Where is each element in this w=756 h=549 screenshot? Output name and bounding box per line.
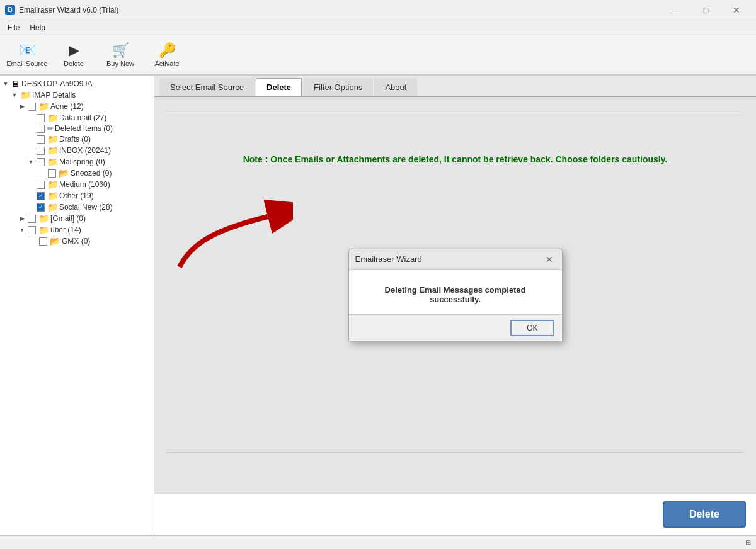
status-text: ⊞ [745,538,751,546]
aone-expander: ▶ [18,102,26,111]
imap-expander: ▼ [10,91,19,99]
imap-details[interactable]: ▼ 📁 IMAP Details [0,89,154,101]
email-source-label: Email Source [6,60,47,67]
folder-gmail[interactable]: ▶ 📁 [Gmail] (0) [0,213,154,224]
mailspring-label: Mailspring (0) [59,157,105,166]
aone-folder-icon: 📁 [38,101,49,111]
buy-now-button[interactable]: 🛒 Buy Now [98,37,142,72]
other-label: Other (19) [59,191,94,200]
drafts-checkbox[interactable] [37,135,45,144]
folder-uber[interactable]: ▼ 📁 über (14) [0,224,154,235]
folder-inbox[interactable]: ▶ 📁 INBOX (20241) [0,145,154,156]
inbox-label: INBOX (20241) [59,146,111,155]
tabs: Select Email Source Delete Filter Option… [154,76,756,97]
other-checkbox[interactable]: ✓ [37,192,45,200]
medium-checkbox[interactable] [37,181,45,189]
content-area: Select Email Source Delete Filter Option… [154,76,756,535]
menu-bar: File Help [0,20,756,35]
window-controls: — □ ✕ [662,0,751,20]
tab-delete[interactable]: Delete [256,78,302,96]
tab-content: Note : Once Emails or Attachments are de… [154,97,756,493]
delete-toolbar-label: Delete [64,60,84,67]
delete-toolbar-button[interactable]: ▶ Delete [52,37,96,72]
cart-icon: 🛒 [112,42,129,59]
window-title: Emailraser Wizard v6.0 (Trial) [19,6,662,14]
tab-filter-options[interactable]: Filter Options [303,78,373,96]
snoozed-checkbox[interactable] [48,169,56,178]
sidebar: ▼ 🖥 DESKTOP-A59O9JA ▼ 📁 IMAP Details ▶ 📁… [0,76,154,535]
tab-about[interactable]: About [374,78,417,96]
mailspring-checkbox[interactable] [37,158,45,166]
menu-help[interactable]: Help [25,22,50,33]
imap-label: IMAP Details [32,91,76,99]
socialnew-checkbox[interactable]: ✓ [37,203,45,212]
key-icon: 🔑 [159,42,176,59]
close-button[interactable]: ✕ [722,0,751,20]
folder-deleteditems[interactable]: ▶ ✏ Deleted Items (0) [0,123,154,133]
delete-icon: ▶ [69,42,79,59]
gmail-checkbox[interactable] [28,215,36,223]
gmail-expander: ▶ [18,214,26,223]
folder-mailspring[interactable]: ▼ 📁 Mailspring (0) [0,156,154,167]
datamail-checkbox[interactable] [37,114,45,122]
folder-gmx[interactable]: ▶ 📂 GMX (0) [0,235,154,247]
activate-button[interactable]: 🔑 Activate [145,37,189,72]
dialog-footer: OK [349,314,562,341]
folder-other[interactable]: ▶ ✓ 📁 Other (19) [0,190,154,201]
snoozed-folder-icon: 📂 [59,168,69,178]
tab-select-email-source[interactable]: Select Email Source [159,78,255,96]
other-folder-icon: 📁 [47,191,58,201]
delete-button-container: Delete [154,493,756,535]
menu-file[interactable]: File [3,22,25,33]
title-bar: B Emailraser Wizard v6.0 (Trial) — □ ✕ [0,0,756,20]
delete-button[interactable]: Delete [663,501,746,528]
email-source-button[interactable]: 📧 Email Source [5,37,49,72]
medium-label: Medium (1060) [59,180,110,189]
mailspring-folder-icon: 📁 [47,157,58,167]
dialog-body: Deleting Email Messages completed succes… [349,270,562,314]
folder-medium[interactable]: ▶ 📁 Medium (1060) [0,179,154,190]
gmx-label: GMX (0) [62,237,90,246]
status-bar: ⊞ [0,535,756,549]
root-expander: ▼ [1,79,10,88]
dialog-ok-button[interactable]: OK [510,320,554,336]
gmx-checkbox[interactable] [39,237,47,246]
dialog: Emailraser Wizard ✕ Deleting Email Messa… [348,249,563,342]
dialog-close-button[interactable]: ✕ [543,253,556,266]
gmail-label: [Gmail] (0) [50,214,86,223]
toolbar: 📧 Email Source ▶ Delete 🛒 Buy Now 🔑 Acti… [0,35,756,76]
buy-now-label: Buy Now [106,60,134,67]
medium-folder-icon: 📁 [47,179,58,190]
minimize-button[interactable]: — [662,0,690,20]
deleted-special-icon: ✏ [47,124,54,133]
deleted-checkbox[interactable] [37,125,45,133]
folder-datamail[interactable]: ▶ 📁 Data mail (27) [0,112,154,123]
folder-socialnew[interactable]: ▶ ✓ 📁 Social New (28) [0,201,154,213]
dialog-title-bar: Emailraser Wizard ✕ [349,249,562,270]
aone-checkbox[interactable] [28,103,36,111]
inbox-folder-icon: 📁 [47,145,58,156]
uber-checkbox[interactable] [28,226,36,234]
uber-expander: ▼ [18,225,26,234]
app-icon: B [5,5,15,15]
folder-drafts[interactable]: ▶ 📁 Drafts (0) [0,133,154,145]
main-layout: ▼ 🖥 DESKTOP-A59O9JA ▼ 📁 IMAP Details ▶ 📁… [0,76,756,535]
inbox-checkbox[interactable] [37,147,45,155]
email-source-icon: 📧 [19,42,36,59]
socialnew-folder-icon: 📁 [47,202,58,212]
datamail-label: Data mail (27) [59,113,106,122]
root-label: DESKTOP-A59O9JA [21,79,93,88]
dialog-title: Emailraser Wizard [355,254,422,264]
drafts-folder-icon: 📁 [47,134,58,144]
maximize-button[interactable]: □ [692,0,721,20]
gmail-folder-icon: 📁 [38,213,49,224]
aone-label: Aone (12) [50,102,84,111]
folder-snoozed[interactable]: ▶ 📂 Snoozed (0) [0,167,154,179]
mailspring-expander: ▼ [26,157,35,166]
uber-label: über (14) [50,225,81,234]
snoozed-label: Snoozed (0) [71,169,112,178]
gmx-folder-icon: 📂 [50,236,60,246]
folder-aone[interactable]: ▶ 📁 Aone (12) [0,101,154,112]
deleted-label: Deleted Items (0) [55,124,113,133]
tree-root[interactable]: ▼ 🖥 DESKTOP-A59O9JA [0,78,154,89]
